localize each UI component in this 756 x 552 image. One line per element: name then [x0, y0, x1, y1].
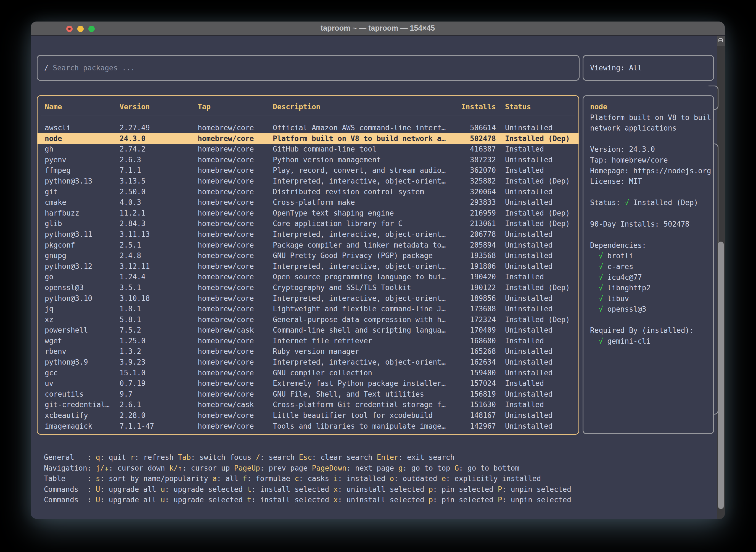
table-row[interactable]: python@3.123.12.11homebrew/coreInterpret…	[37, 261, 579, 272]
text-segment: √	[599, 284, 603, 292]
cell-status: Uninstalled	[505, 346, 577, 357]
cell-version: 2.6.3	[120, 155, 198, 165]
cell-tap: homebrew/core	[198, 368, 273, 378]
table-row[interactable]: python@3.93.9.23homebrew/coreInterpreted…	[37, 357, 579, 368]
table-row[interactable]: python@3.113.11.13homebrew/coreInterpret…	[37, 229, 579, 240]
table-row[interactable]: gnupg2.4.8homebrew/coreGNU Pretty Good P…	[37, 250, 579, 261]
text-segment: node	[590, 103, 608, 111]
table-row[interactable]: git-credential…2.6.1homebrew/caskCross-p…	[37, 399, 579, 410]
scrollbar-widget-icon[interactable]	[717, 36, 725, 46]
cell-tap: homebrew/cask	[198, 325, 273, 335]
cell-version: 1.24.4	[120, 272, 198, 282]
table-row[interactable]: jq1.8.1homebrew/coreLightweight and flex…	[37, 304, 579, 314]
cell-status: Installed (Dep)	[505, 218, 577, 229]
detail-line: √ libuv	[590, 293, 713, 304]
table-row[interactable]: imagemagick7.1.1-47homebrew/coreTools an…	[37, 421, 579, 432]
text-segment: G	[455, 464, 459, 472]
text-segment: : pin selected	[433, 496, 498, 504]
detail-line	[590, 187, 713, 197]
table-row[interactable]: cmake4.0.3homebrew/coreCross-platform ma…	[37, 197, 579, 208]
text-segment: Commands :	[44, 496, 96, 504]
text-segment: √	[625, 198, 629, 207]
cell-name: wget	[45, 335, 120, 347]
search-input[interactable]: / Search packages ...	[37, 55, 580, 81]
cell-version: 11.2.1	[120, 208, 198, 219]
cell-tap: homebrew/core	[198, 133, 273, 144]
cell-desc: Internet file retriever	[273, 335, 459, 347]
table-row[interactable]: pyenv2.6.3homebrew/corePython version ma…	[37, 155, 579, 165]
text-segment: : unpin selected	[502, 485, 571, 494]
text-segment: Status:	[590, 198, 625, 207]
cell-name: powershell	[45, 325, 120, 335]
table-row[interactable]: rbenv1.3.2homebrew/coreRuby version mana…	[37, 346, 579, 357]
table-row[interactable]: git2.50.0homebrew/coreDistributed revisi…	[37, 186, 579, 197]
cell-desc: Official Amazon AWS command-line interf…	[273, 123, 459, 133]
cell-desc: General-purpose data compression with h…	[273, 314, 459, 325]
text-segment: : prev page	[260, 464, 312, 472]
cell-installs: 362070	[459, 165, 496, 176]
cell-installs: 506614	[459, 123, 496, 133]
cell-desc: GNU File, Shell, and Text utilities	[273, 389, 459, 400]
detail-line: √ brotli	[590, 251, 713, 261]
cell-desc: GNU compiler collection	[273, 368, 459, 378]
table-row[interactable]: glib2.84.3homebrew/coreCore application …	[37, 218, 579, 229]
cell-desc: Core application library for C	[273, 218, 459, 229]
text-segment: : upgrade selected	[165, 485, 247, 494]
table-row[interactable]: powershell7.5.2homebrew/caskCommand-line…	[37, 325, 579, 335]
table-row[interactable]: python@3.133.13.5homebrew/coreInterprete…	[37, 176, 579, 186]
cell-installs: 206778	[459, 229, 496, 240]
table-row[interactable]: harfbuzz11.2.1homebrew/coreOpenType text…	[37, 208, 579, 219]
table-row[interactable]: gcc15.1.0homebrew/coreGNU compiler colle…	[37, 368, 579, 378]
cell-tap: homebrew/core	[198, 261, 273, 272]
table-row[interactable]: xz5.8.1homebrew/coreGeneral-purpose data…	[37, 314, 579, 325]
table-row[interactable]: coreutils9.7homebrew/coreGNU File, Shell…	[37, 389, 579, 400]
table-row[interactable]: xcbeautify2.28.0homebrew/coreLittle beau…	[37, 410, 579, 421]
cell-desc: GitHub command-line tool	[273, 144, 459, 155]
table-row[interactable]: uv0.7.19homebrew/coreExtremely fast Pyth…	[37, 378, 579, 389]
cell-desc: Interpreted, interactive, object-orient…	[273, 293, 459, 304]
cell-tap: homebrew/core	[198, 346, 273, 357]
text-segment: Esc	[299, 453, 312, 461]
cell-version: 9.7	[120, 389, 198, 400]
table-row[interactable]: python@3.103.10.18homebrew/coreInterpret…	[37, 293, 579, 304]
cell-name: python@3.12	[45, 261, 120, 272]
text-segment: : pin selected	[433, 485, 498, 494]
cell-version: 5.8.1	[120, 314, 198, 325]
text-segment: √	[599, 294, 603, 303]
table-row[interactable]: wget1.25.0homebrew/coreInternet file ret…	[37, 335, 579, 347]
cell-installs: 205894	[459, 240, 496, 251]
cell-version: 2.27.49	[120, 123, 198, 133]
cell-status: Installed (Dep)	[505, 282, 577, 293]
cell-desc: Little beautifier tool for xcodebuild	[273, 410, 459, 421]
table-row[interactable]: openssl@33.5.1homebrew/coreCryptography …	[37, 282, 579, 293]
cell-installs: 502478	[459, 133, 496, 144]
text-segment: p	[428, 485, 433, 494]
window-title: taproom ~ — taproom — 154×45	[31, 21, 725, 35]
table-row[interactable]: ffmpeg7.1.1homebrew/corePlay, record, co…	[37, 165, 579, 176]
table-row[interactable]: go1.24.4homebrew/coreOpen source program…	[37, 272, 579, 282]
table-row[interactable]: pkgconf2.5.1homebrew/corePackage compile…	[37, 240, 579, 251]
cell-name: gh	[45, 144, 120, 155]
detail-line: Platform built on V8 to buil	[590, 112, 713, 123]
detail-line: √ libnghttp2	[590, 283, 713, 293]
cell-name: python@3.11	[45, 229, 120, 240]
cell-installs: 193568	[459, 250, 496, 261]
scrollbar-thumb[interactable]	[718, 242, 724, 509]
table-row[interactable]: awscli2.27.49homebrew/coreOfficial Amazo…	[37, 123, 579, 133]
text-segment: : all	[217, 474, 243, 483]
text-segment: : exit search	[398, 453, 455, 461]
cell-name: uv	[45, 378, 120, 389]
cell-installs: 191806	[459, 261, 496, 272]
cell-version: 3.12.11	[120, 261, 198, 272]
table-row[interactable]: gh2.74.2homebrew/coreGitHub command-line…	[37, 144, 579, 155]
cell-installs: 168680	[459, 335, 496, 347]
table-row-selected[interactable]: node24.3.0homebrew/corePlatform built on…	[37, 133, 579, 144]
detail-line: Version: 24.3.0	[590, 144, 713, 155]
cell-name: xz	[45, 314, 120, 325]
viewing-filter-box: Viewing: All	[583, 55, 714, 81]
text-segment: : cursor up	[182, 464, 234, 472]
text-segment	[590, 252, 599, 260]
screen: taproom ~ — taproom — 154×45 / Search pa…	[0, 0, 756, 552]
cell-status: Uninstalled	[505, 410, 577, 421]
cell-name: jq	[45, 304, 120, 314]
